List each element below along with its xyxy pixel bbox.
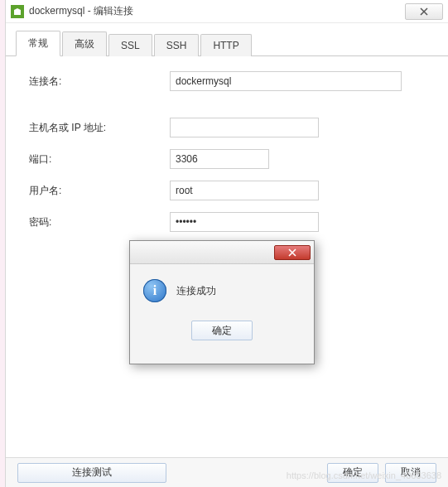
window-close-button[interactable] (405, 3, 443, 20)
info-icon: i (143, 279, 166, 302)
connection-name-label: 连接名: (29, 75, 170, 89)
test-connection-button[interactable]: 连接测试 (17, 463, 166, 483)
tabbar: 常规 高级 SSL SSH HTTP (6, 23, 448, 56)
message-dialog: i 连接成功 确定 (129, 240, 315, 364)
titlebar: dockermysql - 编辑连接 (6, 0, 448, 23)
close-icon (288, 248, 296, 257)
tab-ssh[interactable]: SSH (154, 34, 200, 56)
app-icon (11, 5, 24, 18)
tab-http[interactable]: HTTP (200, 34, 251, 56)
username-label: 用户名: (29, 184, 170, 198)
host-label: 主机名或 IP 地址: (29, 121, 170, 135)
dialog-message: 连接成功 (176, 284, 216, 298)
bottom-bar: 连接测试 确定 取消 (6, 457, 448, 487)
tab-general[interactable]: 常规 (16, 31, 60, 56)
window-title: dockermysql - 编辑连接 (29, 4, 133, 18)
tab-advanced[interactable]: 高级 (62, 31, 107, 56)
dialog-body: i 连接成功 (130, 264, 314, 309)
dialog-close-button[interactable] (274, 245, 311, 260)
port-label: 端口: (29, 152, 170, 166)
dialog-ok-button[interactable]: 确定 (191, 321, 253, 340)
close-icon (420, 7, 428, 16)
tab-ssl[interactable]: SSL (108, 34, 152, 56)
cancel-button[interactable]: 取消 (385, 463, 436, 483)
host-input[interactable] (170, 118, 319, 137)
ok-button[interactable]: 确定 (327, 463, 378, 483)
dialog-actions: 确定 (130, 309, 314, 340)
password-input[interactable] (170, 212, 319, 232)
username-input[interactable] (170, 181, 319, 200)
password-label: 密码: (29, 215, 170, 229)
dialog-titlebar (130, 241, 314, 264)
port-input[interactable] (170, 149, 269, 169)
connection-name-input[interactable] (170, 71, 402, 91)
